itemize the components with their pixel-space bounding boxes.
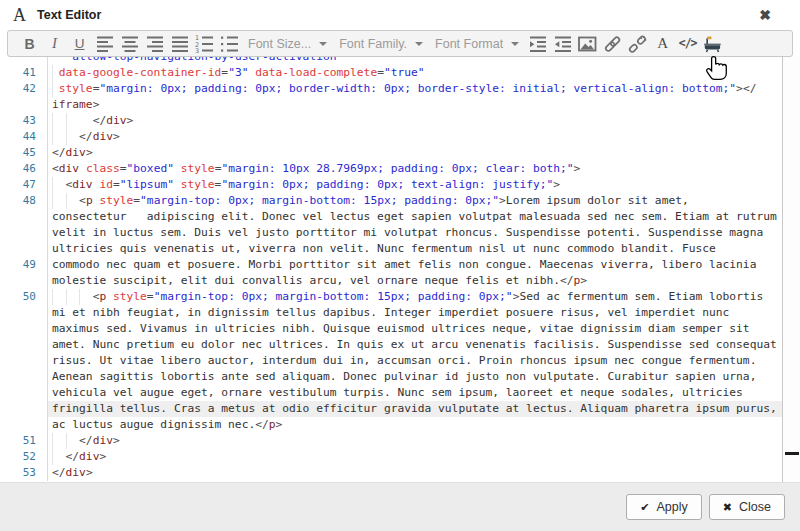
indent-guide (52, 289, 53, 305)
code-row[interactable]: 45</div> (0, 145, 783, 161)
code-row[interactable]: ac luctus augue dignissim nec.</p> (0, 417, 783, 433)
code-row[interactable]: 46<div class="boxed" style="margin: 10px… (0, 161, 783, 177)
code-row[interactable]: 43 </div> (0, 113, 783, 129)
unordered-list-icon (220, 35, 239, 53)
close-label: Close (739, 500, 771, 514)
font-family-label: Font Family. (339, 37, 407, 51)
indent-guide (52, 433, 53, 449)
chevron-down-icon (319, 42, 327, 46)
code-row[interactable]: 50 <p style="margin-top: 0px; margin-bot… (0, 289, 783, 305)
image-icon (578, 35, 597, 53)
code-row[interactable]: velit in luctus sem. Duis vel justo port… (0, 225, 783, 241)
font-size-label: Font Size... (248, 37, 311, 51)
code-row[interactable]: maximus sed. Vivamus in ultricies nibh. … (0, 321, 783, 337)
line-number (0, 321, 48, 337)
line-number (0, 305, 48, 321)
indent-guide (66, 113, 67, 129)
indent-guide (52, 449, 53, 465)
underline-icon: U (75, 37, 85, 51)
ordered-list-button[interactable]: 1 2 3 (192, 31, 217, 56)
font-color-button[interactable]: A (650, 31, 675, 56)
line-number: 41 (0, 65, 48, 81)
line-number: 44 (0, 129, 48, 145)
code-row[interactable]: fringilla tellus. Cras a metus at odio e… (0, 401, 783, 417)
line-number: 50 (0, 289, 48, 305)
code-row[interactable]: 47 <div id="lipsum" style="margin: 0px; … (0, 177, 783, 193)
code-row[interactable]: iframe> (0, 97, 783, 113)
indent-guide (66, 433, 67, 449)
ordered-list-icon: 1 2 3 (195, 35, 214, 53)
font-format-dropdown[interactable]: Font Format (435, 31, 519, 56)
dialog-title: Text Editor (37, 8, 101, 22)
code-row[interactable]: 42 style="margin: 0px; padding: 0px; bor… (0, 81, 783, 97)
code-row[interactable]: molestie suscipit, elit dui convallis ar… (0, 273, 783, 289)
code-row[interactable]: 48 <p style="margin-top: 0px; margin-bot… (0, 193, 783, 209)
code-row[interactable]: consectetur adipiscing elit. Donec vel l… (0, 209, 783, 225)
line-number: 45 (0, 145, 48, 161)
font-size-dropdown[interactable]: Font Size... (248, 31, 327, 56)
line-number (0, 369, 48, 385)
indent-button[interactable] (525, 31, 550, 56)
code-row[interactable]: 41 data-google-container-id="3" data-loa… (0, 65, 783, 81)
indent-guide (66, 129, 67, 145)
indent-guide (66, 193, 67, 209)
dialog-footer: ✔ Apply ✖ Close (0, 482, 800, 531)
text-editor-dialog: A Text Editor ✖ B I U 1 2 3 (0, 0, 800, 531)
code-view-button[interactable]: </> (675, 31, 700, 56)
indent-guide (52, 177, 53, 193)
code-row[interactable]: 52 </div> (0, 449, 783, 465)
indent-icon (529, 35, 547, 53)
vertical-scrollbar[interactable] (782, 57, 800, 482)
dialog-close-icon[interactable]: ✖ (759, 8, 787, 22)
code-row[interactable]: Aenean sagittis lobortis ante sed aliqua… (0, 369, 783, 385)
unordered-list-button[interactable] (217, 31, 242, 56)
font-family-dropdown[interactable]: Font Family. (339, 31, 423, 56)
code-row[interactable]: ultricies quis venenatis ut, viverra non… (0, 241, 783, 257)
line-number: 49 (0, 257, 48, 273)
align-center-button[interactable] (117, 31, 142, 56)
code-row[interactable]: amet. Nunc pretium eu dolor nec ultrices… (0, 337, 783, 353)
code-row[interactable]: risus. Ut vitae libero auctor, interdum … (0, 353, 783, 369)
code-row[interactable]: vehicula vel augue eget, ornare vestibul… (0, 385, 783, 401)
code-row[interactable]: 53</div> (0, 465, 783, 481)
line-number (0, 353, 48, 369)
align-justify-button[interactable] (167, 31, 192, 56)
code-view-icon: </> (679, 38, 697, 50)
align-justify-icon (171, 35, 189, 53)
font-format-label: Font Format (435, 37, 503, 51)
line-number: 52 (0, 449, 48, 465)
insert-image-button[interactable] (575, 31, 600, 56)
scrollbar-thumb (785, 452, 799, 455)
outdent-button[interactable] (550, 31, 575, 56)
indent-guide (52, 193, 53, 209)
close-button[interactable]: ✖ Close (709, 494, 785, 520)
chevron-down-icon (511, 42, 519, 46)
line-number: 42 (0, 81, 48, 97)
code-row[interactable]: allow-top-navigation-by-user-activation" (0, 57, 783, 65)
line-number (0, 337, 48, 353)
indent-guide (52, 129, 53, 145)
code-row[interactable]: mi et nibh feugiat, in dignissim tellus … (0, 305, 783, 321)
align-center-icon (121, 35, 139, 53)
code-row[interactable]: 44 </div> (0, 129, 783, 145)
x-icon: ✖ (723, 501, 732, 514)
line-number (0, 273, 48, 289)
align-left-button[interactable] (92, 31, 117, 56)
code-row[interactable]: 49commodo nec quam et posuere. Morbi por… (0, 257, 783, 273)
line-number (0, 401, 48, 417)
line-number (0, 241, 48, 257)
unlink-button[interactable] (625, 31, 650, 56)
line-number: 48 (0, 193, 48, 209)
bath-button[interactable] (700, 31, 725, 56)
indent-guide (66, 289, 67, 305)
underline-button[interactable]: U (67, 31, 92, 56)
link-icon (603, 35, 622, 53)
indent-guide (52, 81, 53, 97)
align-right-button[interactable] (142, 31, 167, 56)
italic-button[interactable]: I (42, 31, 67, 56)
insert-link-button[interactable] (600, 31, 625, 56)
code-row[interactable]: 51 </div> (0, 433, 783, 449)
code-editor[interactable]: allow-top-navigation-by-user-activation"… (0, 57, 800, 482)
bold-button[interactable]: B (17, 31, 42, 56)
apply-button[interactable]: ✔ Apply (626, 494, 702, 520)
